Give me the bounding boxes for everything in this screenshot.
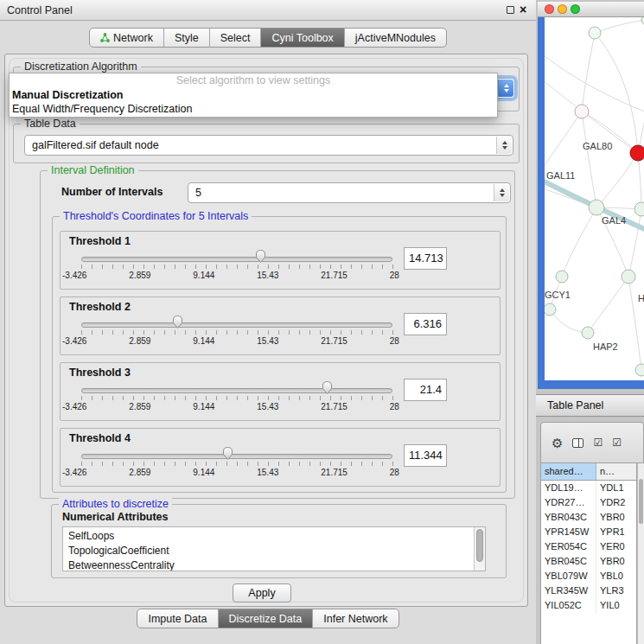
slider-thumb[interactable]: [255, 249, 266, 264]
scrollbar-thumb[interactable]: [476, 529, 483, 562]
tab-infer-network[interactable]: Infer Network: [312, 609, 398, 628]
algorithm-option[interactable]: Equal Width/Frequency Discretization: [10, 102, 497, 116]
threshold-value-field[interactable]: 6.316: [404, 313, 447, 335]
table-row[interactable]: YPR145WYPR1: [541, 525, 636, 539]
algorithm-option[interactable]: Manual Discretization: [10, 88, 497, 102]
apply-button[interactable]: Apply: [233, 583, 291, 603]
cell-shared-name: YIL052C: [541, 598, 596, 613]
float-window-icon[interactable]: [507, 6, 514, 14]
network-node[interactable]: [622, 270, 635, 284]
select-all-icon[interactable]: ☑: [593, 437, 603, 448]
axis-tick-label: 15.43: [257, 271, 278, 280]
tab-discretize-data[interactable]: Discretize Data: [218, 609, 313, 628]
axis-tick-label: 28: [390, 271, 399, 280]
threshold-value-field[interactable]: 14.713: [404, 247, 447, 270]
tab-jactivemnodules[interactable]: jActiveMNodules: [344, 29, 446, 47]
numerical-attributes-list[interactable]: SelfLoopsTopologicalCoefficientBetweenne…: [62, 526, 486, 571]
column-header-shared-name[interactable]: shared…: [541, 463, 596, 480]
slider-scale: -3.4262.8599.14415.4321.71528: [62, 271, 399, 280]
num-intervals-value: 5: [195, 183, 201, 202]
cell-name: YBR0: [596, 554, 636, 569]
axis-tick-label: 2.859: [129, 336, 150, 346]
scrollbar-thumb[interactable]: [639, 479, 643, 524]
axis-tick-label: 28: [390, 468, 399, 477]
tab-select[interactable]: Select: [209, 29, 261, 47]
combo-arrows-icon[interactable]: [496, 137, 512, 154]
threshold-value-field[interactable]: 21.4: [404, 379, 447, 401]
axis-tick-label: 21.715: [321, 336, 348, 346]
interval-definition-group: Interval Definition Number of Intervals …: [40, 170, 515, 499]
network-node[interactable]: [589, 27, 601, 39]
tab-network[interactable]: Network: [90, 29, 163, 47]
network-window-titlebar[interactable]: [538, 2, 644, 17]
cell-name: YDR2: [596, 495, 636, 510]
column-header-name[interactable]: n…: [596, 463, 636, 480]
table-row[interactable]: YBL079WYBL0: [541, 569, 636, 583]
table-panel-titlebar[interactable]: Table Panel: [536, 394, 644, 417]
network-edge: [628, 277, 641, 370]
slider-ticks: [81, 462, 393, 466]
minimize-traffic-light-icon[interactable]: [558, 4, 567, 14]
threshold-1-group: Threshold 1-3.4262.8599.14415.4321.71528…: [60, 231, 501, 290]
tab-impute-data[interactable]: Impute Data: [137, 609, 217, 628]
table-data-value: galFiltered.sif default node: [32, 136, 159, 155]
network-node[interactable]: [589, 200, 604, 215]
network-node[interactable]: [635, 364, 644, 376]
attributes-scrollbar[interactable]: [474, 527, 485, 571]
node-label: GAL4: [602, 215, 626, 226]
network-edge: [545, 112, 582, 175]
slider-track[interactable]: [81, 322, 392, 328]
axis-tick-label: 2.859: [129, 271, 150, 280]
table-row[interactable]: YIL052CYIL0: [541, 598, 636, 613]
table-row[interactable]: YER054CYER0: [541, 539, 636, 554]
tab-label: Impute Data: [148, 613, 207, 625]
slider-thumb[interactable]: [172, 315, 183, 329]
table-data-select[interactable]: galFiltered.sif default node: [24, 135, 513, 156]
close-traffic-light-icon[interactable]: [545, 4, 554, 14]
table-scrollbar[interactable]: [637, 463, 644, 644]
slider-thumb[interactable]: [222, 446, 233, 461]
select-checked-icon[interactable]: ☑: [612, 437, 622, 448]
num-intervals-select[interactable]: 5: [188, 182, 511, 203]
gear-icon[interactable]: ⚙: [552, 437, 563, 450]
right-column: GAL80GAL11GAL4GCY1HAP2H Table Panel ⚙ ☑ …: [536, 0, 644, 644]
network-edge: [582, 33, 595, 112]
network-node[interactable]: [545, 303, 556, 316]
combo-arrows-icon[interactable]: [498, 80, 513, 97]
slider-track[interactable]: [81, 388, 392, 393]
attribute-item[interactable]: SelfLoops: [63, 529, 485, 544]
table-row[interactable]: YBR045CYBR0: [541, 554, 636, 569]
slider-track[interactable]: [81, 454, 392, 459]
network-edge: [550, 309, 588, 333]
threshold-label: Threshold 4: [69, 432, 131, 444]
cell-name: YBR0: [596, 510, 636, 525]
network-graph[interactable]: GAL80GAL11GAL4GCY1HAP2H: [545, 17, 644, 380]
attribute-item[interactable]: TopologicalCoefficient: [63, 544, 485, 558]
columns-icon[interactable]: [572, 438, 583, 448]
table-row[interactable]: YDL19…YDL1: [541, 481, 636, 495]
table-row[interactable]: YBR043CYBR0: [541, 510, 636, 525]
network-node[interactable]: [575, 105, 589, 118]
axis-tick-label: 9.144: [193, 271, 214, 280]
network-node[interactable]: [582, 327, 594, 339]
network-node[interactable]: [634, 202, 644, 216]
node-label: GAL80: [583, 141, 612, 151]
bottom-tab-bar: Impute DataDiscretize DataInfer Network: [0, 609, 536, 628]
network-canvas[interactable]: GAL80GAL11GAL4GCY1HAP2H: [545, 17, 644, 380]
combo-arrows-icon[interactable]: [494, 184, 509, 201]
zoom-traffic-light-icon[interactable]: [571, 4, 580, 14]
table-row[interactable]: YLR345WYLR3: [541, 583, 636, 598]
network-icon: [100, 33, 110, 42]
tab-cyni-toolbox[interactable]: Cyni Toolbox: [260, 29, 343, 47]
slider-thumb[interactable]: [322, 380, 333, 395]
tab-style[interactable]: Style: [163, 29, 209, 47]
attribute-item[interactable]: BetweennessCentrality: [63, 558, 485, 571]
network-node[interactable]: [630, 145, 644, 161]
close-icon[interactable]: ×: [520, 3, 526, 16]
threshold-value-field[interactable]: 11.344: [404, 444, 447, 467]
axis-tick-label: 21.715: [321, 271, 348, 280]
table-row[interactable]: YDR27…YDR2: [541, 495, 636, 510]
network-node[interactable]: [556, 271, 568, 283]
slider-track[interactable]: [81, 257, 392, 262]
axis-tick-label: 2.859: [129, 468, 150, 477]
